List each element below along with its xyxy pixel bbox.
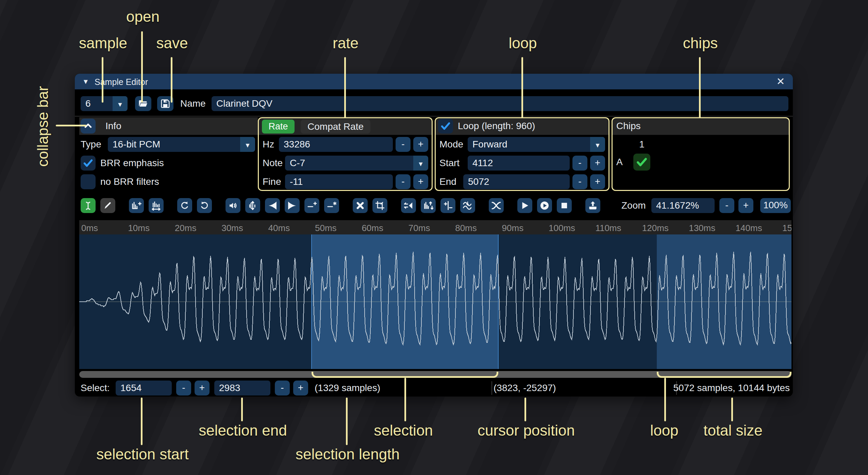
selection-length-text: (1329 samples) (315, 380, 380, 396)
no-brr-filters-label: no BRR filters (100, 174, 159, 189)
window-collapse-triangle-icon[interactable] (82, 74, 89, 89)
insert-silence-button[interactable] (304, 198, 319, 213)
fade-out-icon (287, 200, 297, 211)
preview-selection-button[interactable] (537, 198, 552, 213)
zoom-plus-button[interactable]: + (738, 198, 753, 213)
wave-add-icon (131, 200, 141, 211)
no-brr-filters-checkbox[interactable] (81, 174, 96, 189)
info-panel-title: Info (105, 117, 121, 135)
filter-icon (463, 200, 473, 211)
ruler-tick: 120ms (642, 220, 669, 234)
delete-selection-button[interactable] (353, 198, 368, 213)
invert-icon (423, 200, 433, 211)
preview-sample-button[interactable] (517, 198, 532, 213)
sample-select-dropdown[interactable]: 6 (81, 96, 128, 111)
fade-out-button[interactable] (285, 198, 300, 213)
ruler-tick: 60ms (362, 220, 383, 234)
ruler-tick: 50ms (315, 220, 337, 234)
amplify-button[interactable] (226, 198, 240, 213)
selection-start-minus-button[interactable]: - (176, 381, 191, 395)
horizontal-scrollbar[interactable] (79, 371, 791, 378)
annotation-line-selection-length (346, 398, 348, 445)
ruler-tick: 110ms (595, 220, 621, 234)
ruler-tick: 70ms (408, 220, 430, 234)
zoom-minus-button[interactable]: - (719, 198, 734, 213)
chips-panel-outline (612, 117, 790, 191)
edit-mode-select-button[interactable] (81, 198, 96, 213)
fade-in-button[interactable] (265, 198, 280, 213)
redo-button[interactable] (197, 198, 212, 213)
annotation-rate: rate (333, 35, 358, 52)
silence-insert-icon (307, 200, 317, 211)
save-sample-button[interactable] (157, 96, 173, 111)
selection-start-plus-button[interactable]: + (195, 381, 210, 395)
selection-end-value: 2983 (219, 383, 240, 393)
divider (491, 381, 492, 395)
type-label: Type (81, 137, 101, 152)
trim-button[interactable] (372, 198, 387, 213)
crossfade-icon (491, 200, 501, 211)
sign-icon (443, 200, 453, 211)
annotation-collapse-bar: collapse bar (34, 86, 51, 166)
insert-sample-button[interactable] (129, 198, 144, 213)
volume-icon (228, 200, 238, 211)
apply-filter-button[interactable] (460, 198, 475, 213)
annotation-chips: chips (683, 35, 718, 52)
chevron-down-icon[interactable] (240, 137, 255, 152)
select-label: Select: (81, 380, 110, 396)
ruler-tick: 30ms (221, 220, 243, 234)
delete-x-icon (355, 200, 365, 211)
edit-mode-draw-button[interactable] (100, 198, 115, 213)
annotation-open: open (126, 8, 160, 25)
window-titlebar[interactable]: Sample Editor (75, 74, 793, 89)
window-title: Sample Editor (95, 74, 148, 89)
ruler-tick: 40ms (268, 220, 290, 234)
zoom-input[interactable]: 41.1672% (651, 198, 715, 213)
name-label: Name (180, 96, 206, 111)
annotation-selection-start: selection start (96, 446, 188, 463)
ruler-tick: 20ms (175, 220, 197, 234)
divider (75, 116, 793, 117)
apply-silence-button[interactable] (324, 198, 339, 213)
normalize-button[interactable] (245, 198, 260, 213)
sample-name-input[interactable]: Clarinet DQV (212, 96, 788, 111)
annotation-loop: loop (508, 35, 537, 52)
selection-end-plus-button[interactable]: + (293, 381, 308, 395)
rate-panel-outline (258, 117, 433, 191)
waveform-trace (79, 234, 791, 369)
resize-sample-button[interactable] (149, 198, 164, 213)
signed-unsigned-button[interactable] (440, 198, 455, 213)
undo-button[interactable] (177, 198, 192, 213)
annotation-line-selection-end (241, 398, 243, 421)
normalize-icon (248, 200, 258, 211)
undo-icon (180, 200, 190, 211)
play-circle-icon (539, 200, 550, 211)
sample-type-dropdown[interactable]: 16-bit PCM (108, 137, 255, 152)
stop-preview-button[interactable] (557, 198, 572, 213)
time-ruler[interactable]: 0ms10ms20ms30ms40ms50ms60ms70ms80ms90ms1… (79, 220, 791, 234)
crossfade-loop-button[interactable] (489, 198, 504, 213)
selection-end-minus-button[interactable]: - (275, 381, 290, 395)
collapse-bar-button[interactable] (81, 119, 96, 134)
play-icon (520, 200, 530, 211)
waveform-view[interactable] (79, 234, 791, 369)
open-sample-button[interactable] (135, 96, 151, 111)
chevron-down-icon[interactable] (113, 96, 128, 111)
create-wavetable-button[interactable] (585, 198, 600, 213)
ruler-tick: 10ms (128, 220, 150, 234)
selection-start-input[interactable]: 1654 (116, 381, 172, 395)
annotation-loop-bottom: loop (650, 422, 678, 439)
zoom-reset-button[interactable]: 100% (760, 198, 791, 213)
stop-icon (559, 200, 569, 211)
reverse-icon (403, 200, 414, 211)
reverse-button[interactable] (401, 198, 416, 213)
close-icon[interactable] (773, 74, 788, 89)
zoom-label: Zoom (621, 198, 646, 213)
ruler-tick: 0ms (81, 220, 98, 234)
brr-emphasis-checkbox[interactable] (81, 156, 96, 171)
annotation-sample: sample (79, 35, 127, 52)
annotation-line-selection-start (141, 398, 143, 445)
selection-end-input[interactable]: 2983 (214, 381, 270, 395)
sample-select-value: 6 (85, 98, 91, 109)
invert-button[interactable] (421, 198, 436, 213)
